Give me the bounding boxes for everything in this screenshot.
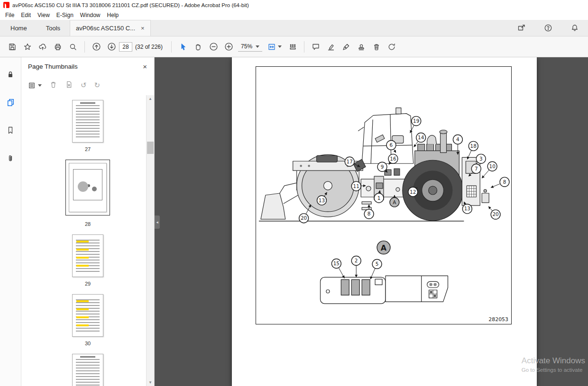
rotate-right-icon[interactable]: ↻ — [94, 81, 101, 90]
tab-document-label: avP06sc ASC150 C... — [76, 25, 135, 32]
scroll-up-icon[interactable]: ▲ — [147, 97, 154, 101]
tab-document[interactable]: avP06sc ASC150 C... × — [70, 20, 151, 36]
attachments-panel-icon[interactable] — [3, 151, 18, 166]
figure-number: 282053 — [488, 316, 508, 323]
machine-illustration — [259, 108, 489, 221]
comment-icon[interactable] — [308, 39, 323, 54]
page-count-label: (32 of 226) — [135, 44, 163, 50]
svg-text:5: 5 — [376, 261, 379, 267]
menu-help[interactable]: Help — [104, 11, 122, 19]
thumbnail-page-27[interactable]: 27 — [21, 100, 154, 152]
panel-collapse-icon[interactable]: ◂ — [155, 215, 160, 229]
tabbar-right-icons — [514, 20, 582, 36]
extract-pages-icon[interactable] — [65, 81, 73, 90]
acrobat-icon — [3, 2, 9, 8]
scroll-down-icon[interactable]: ▼ — [147, 380, 154, 385]
callout-15: 15 — [331, 259, 344, 278]
chevron-down-icon — [256, 45, 259, 48]
menu-view[interactable]: View — [34, 11, 53, 19]
thumbnail-list: 27282930 — [21, 95, 154, 386]
callout-5: 5 — [370, 259, 382, 279]
thumbnail-options-icon[interactable] — [28, 81, 42, 90]
hand-tool-icon[interactable] — [191, 39, 206, 54]
svg-text:11: 11 — [353, 183, 359, 189]
menu-esign[interactable]: E-Sign — [53, 11, 77, 19]
print-icon[interactable] — [50, 39, 65, 54]
menu-edit[interactable]: Edit — [18, 11, 34, 19]
callout-20: 20 — [488, 206, 500, 219]
zoom-out-icon[interactable] — [206, 39, 221, 54]
svg-text:13: 13 — [319, 197, 325, 203]
svg-text:A: A — [393, 199, 396, 205]
detail-a-label: A — [377, 241, 390, 254]
security-lock-icon[interactable] — [3, 67, 18, 82]
help-icon[interactable] — [541, 20, 556, 36]
svg-text:13: 13 — [464, 206, 470, 211]
page-thumbnails-panel: Page Thumbnails × ↺ ↻ 27282930 ▲ — [21, 57, 155, 386]
thumbnail-page-28[interactable]: 28 — [21, 160, 154, 227]
svg-text:1: 1 — [377, 195, 381, 201]
panel-title: Page Thumbnails — [28, 63, 78, 70]
page-thumbnails-panel-icon[interactable] — [3, 95, 18, 110]
touch-mode-icon[interactable] — [285, 39, 300, 54]
svg-text:8: 8 — [368, 211, 371, 216]
previous-page-icon[interactable] — [89, 39, 104, 54]
thumbnail-preview[interactable] — [72, 100, 103, 143]
notifications-bell-icon[interactable] — [567, 20, 582, 36]
page-fit-dropdown[interactable] — [264, 39, 285, 54]
workspace: Page Thumbnails × ↺ ↻ 27282930 ▲ — [0, 57, 588, 386]
thumbnail-preview[interactable] — [72, 354, 103, 386]
zoom-level-value: 75% — [241, 43, 252, 50]
thumbnail-page-partial[interactable] — [21, 354, 154, 386]
next-page-icon[interactable] — [104, 39, 119, 54]
save-icon[interactable] — [5, 39, 20, 54]
page-number-input[interactable] — [119, 42, 132, 52]
tab-tools[interactable]: Tools — [37, 20, 70, 36]
navigation-rail — [0, 57, 21, 386]
cloud-upload-icon[interactable] — [35, 39, 50, 54]
toolbar-separator — [304, 41, 304, 53]
toolbar-separator — [84, 41, 85, 53]
scrollbar-thumb[interactable] — [147, 142, 154, 154]
thumbnail-preview[interactable] — [72, 294, 103, 337]
main-toolbar: (32 of 226) 75% — [0, 36, 588, 57]
svg-text:6: 6 — [390, 142, 393, 148]
title-bar: avP06sc ASC150 CU St IIIA T3 3018006 211… — [0, 0, 588, 10]
menu-file[interactable]: File — [2, 11, 18, 19]
svg-text:2: 2 — [355, 258, 358, 263]
zoom-level-dropdown[interactable]: 75% — [238, 42, 262, 52]
thumbnail-page-29[interactable]: 29 — [21, 234, 154, 287]
refresh-icon[interactable] — [384, 39, 399, 54]
window-title: avP06sc ASC150 CU St IIIA T3 3018006 211… — [12, 2, 249, 8]
panel-delete-icon[interactable] — [49, 81, 57, 90]
tab-close-icon[interactable]: × — [141, 25, 145, 32]
svg-text:3: 3 — [479, 156, 483, 162]
svg-text:10: 10 — [489, 163, 495, 169]
search-icon[interactable] — [65, 39, 81, 54]
thumbnail-preview[interactable] — [72, 234, 103, 277]
panel-close-icon[interactable]: × — [143, 63, 147, 71]
callout-2: 2 — [351, 256, 361, 278]
rotate-left-icon[interactable]: ↺ — [81, 81, 87, 90]
zoom-in-icon[interactable] — [221, 39, 236, 54]
delete-pages-icon[interactable] — [369, 39, 384, 54]
document-view[interactable]: A 19146418317169710811121A1320813201525 … — [155, 57, 588, 386]
ink-signature-icon[interactable] — [339, 39, 354, 54]
bookmarks-panel-icon[interactable] — [3, 123, 18, 138]
select-tool-icon[interactable] — [175, 39, 191, 54]
highlight-icon[interactable] — [323, 39, 339, 54]
tab-home[interactable]: Home — [1, 20, 37, 36]
thumbnail-preview[interactable] — [69, 163, 107, 212]
menu-window[interactable]: Window — [77, 11, 104, 19]
thumbnail-label: 27 — [85, 146, 91, 152]
stamp-icon[interactable] — [354, 39, 369, 54]
star-icon[interactable] — [20, 39, 35, 54]
chevron-down-icon — [38, 84, 42, 87]
acrobat-window: avP06sc ASC150 CU St IIIA T3 3018006 211… — [0, 0, 588, 386]
panel-scrollbar[interactable]: ▲ ▼ — [146, 95, 154, 386]
callout-9: 9 — [377, 162, 387, 172]
svg-text:16: 16 — [390, 156, 396, 162]
share-icon[interactable] — [514, 20, 529, 36]
callout-10: 10 — [482, 162, 497, 178]
thumbnail-page-30[interactable]: 30 — [21, 294, 154, 346]
